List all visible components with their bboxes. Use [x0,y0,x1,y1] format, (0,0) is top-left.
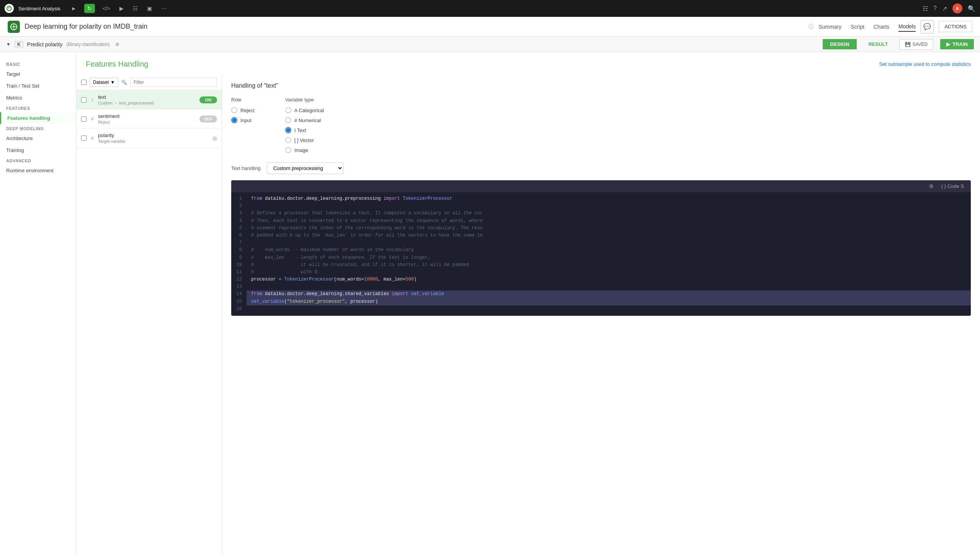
grid-icon[interactable]: ☷ [131,4,139,13]
type-numerical[interactable]: # Numerical [285,117,324,123]
play-icon[interactable]: ▶ [118,4,125,13]
nav-charts[interactable]: Charts [874,22,889,31]
code-icon[interactable]: </> [101,4,112,13]
sentiment-type-badge: # [90,117,95,121]
sidebar-section-advanced: ADVANCED Runtime environment [0,156,76,176]
model-gear-icon[interactable]: ⚙ [115,42,119,47]
main-panel: Features Handling Set subsample used to … [77,52,980,555]
sidebar-item-metrics[interactable]: Metrics [0,92,76,104]
help-icon[interactable]: ? [933,5,937,12]
nav-script[interactable]: Script [851,22,864,31]
nav-models[interactable]: Models [898,22,916,32]
code-body: 12345 678910 111213141516 from dataiku.d… [231,192,971,316]
trending-icon[interactable]: ↗ [942,5,947,12]
type-categorical[interactable]: A Categorical [285,107,324,113]
saved-button[interactable]: 💾 SAVED [899,39,933,50]
type-text[interactable]: I Text [285,127,324,133]
text-feature-sub: Custom → text_preprocessed [98,101,196,105]
actions-button[interactable]: ACTIONS [939,21,972,32]
section-header-advanced: ADVANCED [0,156,76,165]
sidebar-item-training[interactable]: Training [0,144,76,156]
app-logo [5,4,14,13]
features-list-panel: Dataset ▼ 🔍 I text Custom → text_preproc… [77,75,222,555]
more-icon[interactable]: ⋯ [160,4,168,13]
polarity-feature-name: polarity [98,132,209,138]
feature-row-sentiment[interactable]: # sentiment Reject OFF [77,109,222,129]
sidebar-item-runtime[interactable]: Runtime environment [0,165,76,176]
code-editor: ⚙ { } Code S 12345 678910 111213141516 f… [231,180,971,316]
code-style-btn[interactable]: { } Code S [939,183,966,190]
text-checkbox[interactable] [81,97,87,103]
code-line-12: processor = TokenizerProcessor(num_words… [247,276,971,283]
sidebar-item-features-handling[interactable]: Features handling [0,112,76,124]
type-image[interactable]: Image [285,147,324,153]
code-line-8: # num_words - maximum number of words in… [247,246,971,254]
window-icon[interactable]: ▣ [145,4,154,13]
sentiment-toggle[interactable]: OFF [199,116,217,122]
sidebar-item-target[interactable]: Target [0,68,76,80]
second-bar: Deep learning for polarity on IMDB_train… [0,17,980,37]
page-title: Deep learning for polarity on IMDB_train [24,23,804,31]
text-feature-name: text [98,94,196,100]
role-label: Role [231,97,255,103]
type-text-radio[interactable] [285,127,291,133]
polarity-feature-info: polarity Target variable [98,132,209,144]
apps-icon[interactable]: ☷ [923,5,928,12]
var-type-label: Variable type [285,97,324,103]
type-vector[interactable]: [ ] Vector [285,137,324,143]
role-section: Role Reject Input [231,97,255,123]
nav-summary[interactable]: Summary [818,22,841,31]
features-filter-input[interactable] [130,78,217,87]
role-input[interactable]: Input [231,117,255,123]
sidebar-item-traintest[interactable]: Train / Test Set [0,80,76,92]
text-toggle[interactable]: ON [199,96,217,103]
refresh-icon[interactable]: ↻ [84,4,95,13]
train-button[interactable]: ▶ TRAIN [940,39,974,49]
ds-logo [8,21,20,33]
type-categorical-radio[interactable] [285,107,291,113]
search-icon[interactable]: 🔍 [968,5,975,12]
type-image-radio[interactable] [285,147,291,153]
forward-icon[interactable]: ► [70,4,78,13]
sentiment-checkbox[interactable] [81,116,87,122]
design-tab[interactable]: DESIGN [823,39,857,49]
search-icon-features: 🔍 [121,80,127,85]
role-reject-radio[interactable] [231,107,237,113]
type-numerical-radio[interactable] [285,117,291,123]
sentiment-feature-info: sentiment Reject [98,113,196,124]
code-content[interactable]: from dataiku.doctor.deep_learning.prepro… [247,192,971,316]
text-handling-row: Text handling Custom preprocessing Token… [231,162,971,174]
polarity-feature-sub: Target variable [98,139,209,144]
code-line-4: # Then, each text is converted to a vect… [247,217,971,225]
settings-code-btn[interactable]: ⚙ [927,183,936,190]
feature-row-polarity[interactable]: # polarity Target variable ◎ [77,129,222,148]
avatar[interactable]: A [952,3,962,13]
role-var-row: Role Reject Input [231,97,971,153]
sidebar-item-architecture[interactable]: Architecture [0,132,76,144]
text-handling-select[interactable]: Custom preprocessing Tokenize TF-IDF Cou… [267,162,343,174]
right-icons-group: ☷ ? ↗ A 🔍 [923,3,975,13]
comment-button[interactable]: 💬 [920,20,934,34]
feature-row-text[interactable]: I text Custom → text_preprocessed ON [77,90,222,109]
select-all-checkbox[interactable] [81,80,87,85]
code-line-14: from dataiku.doctor.deep_learning.shared… [247,291,971,298]
sort-chevron-icon: ▼ [110,80,115,85]
role-reject[interactable]: Reject [231,107,255,113]
code-line-6: # padded with 0 up to the `max_len` in o… [247,232,971,239]
section-header-basic: BASIC [0,60,76,68]
section-header-deep-modeling: DEEP MODELING [0,124,76,132]
line-numbers: 12345 678910 111213141516 [231,192,247,316]
type-vector-radio[interactable] [285,137,291,143]
collapse-chevron[interactable]: ▼ [6,42,11,47]
code-line-3: # Defines a processor that tokenizes a t… [247,210,971,217]
sort-button[interactable]: Dataset ▼ [90,78,118,87]
model-badge: K [15,41,23,48]
info-icon[interactable]: ⓘ [808,23,814,30]
result-tab[interactable]: RESULT [861,39,895,49]
app-name: Sentiment Analysis [18,6,60,11]
polarity-checkbox[interactable] [81,135,87,141]
subsample-link[interactable]: Set subsample used to compute statistics [879,61,971,67]
role-input-radio[interactable] [231,117,237,123]
code-line-2 [247,202,971,210]
code-line-13 [247,283,971,291]
